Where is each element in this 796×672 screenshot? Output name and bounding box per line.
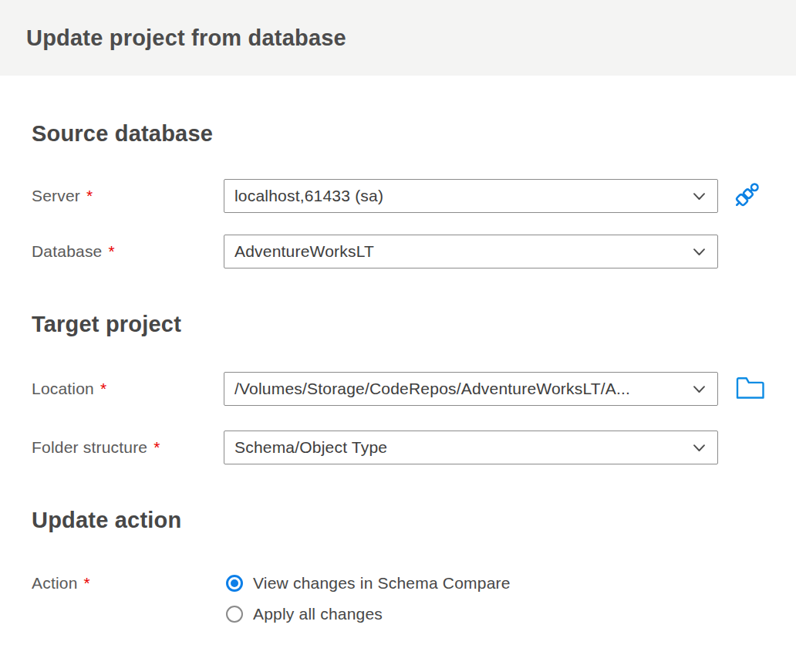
database-dropdown-value: AdventureWorksLT <box>234 242 685 261</box>
required-asterisk: * <box>109 242 115 260</box>
chevron-down-icon <box>691 381 707 397</box>
page-title: Update project from database <box>26 25 346 51</box>
radio-option-view-changes[interactable]: View changes in Schema Compare <box>226 574 511 593</box>
action-label-text: Action <box>32 574 78 592</box>
plug-connect-icon <box>730 178 764 214</box>
radio-option-label: View changes in Schema Compare <box>253 574 511 593</box>
server-dropdown-value: localhost,61433 (sa) <box>234 187 685 205</box>
field-label-server: Server* <box>32 179 93 213</box>
field-label-location: Location* <box>32 372 106 406</box>
required-asterisk: * <box>84 574 90 592</box>
radio-option-apply-all[interactable]: Apply all changes <box>226 605 383 623</box>
field-label-action: Action* <box>32 575 90 592</box>
required-asterisk: * <box>153 438 160 456</box>
chevron-down-icon <box>691 440 707 456</box>
section-heading-source-database: Source database <box>32 122 213 145</box>
server-label-text: Server <box>32 187 80 204</box>
server-dropdown[interactable]: localhost,61433 (sa) <box>224 179 718 213</box>
folder-structure-dropdown[interactable]: Schema/Object Type <box>224 431 718 464</box>
database-label-text: Database <box>32 242 103 260</box>
required-asterisk: * <box>100 380 106 397</box>
location-dropdown-value: /Volumes/Storage/CodeRepos/AdventureWork… <box>234 380 685 398</box>
section-heading-update-action: Update action <box>32 508 181 532</box>
field-label-database: Database* <box>32 235 115 268</box>
folder-structure-dropdown-value: Schema/Object Type <box>234 438 685 457</box>
radio-option-label: Apply all changes <box>253 605 383 623</box>
radio-selected-icon[interactable] <box>226 575 243 592</box>
chevron-down-icon <box>691 244 707 260</box>
location-dropdown[interactable]: /Volumes/Storage/CodeRepos/AdventureWork… <box>224 372 718 406</box>
required-asterisk: * <box>86 187 93 204</box>
chevron-down-icon <box>691 188 707 204</box>
radio-unselected-icon[interactable] <box>226 606 243 623</box>
field-label-folder-structure: Folder structure* <box>32 431 160 464</box>
connect-button[interactable] <box>728 177 765 214</box>
location-label-text: Location <box>32 380 94 397</box>
section-heading-target-project: Target project <box>32 312 181 336</box>
folder-structure-label-text: Folder structure <box>32 438 147 456</box>
browse-folder-button[interactable] <box>733 373 768 404</box>
database-dropdown[interactable]: AdventureWorksLT <box>224 235 718 268</box>
folder-browse-icon <box>735 376 766 403</box>
dialog-header: Update project from database <box>0 0 796 76</box>
